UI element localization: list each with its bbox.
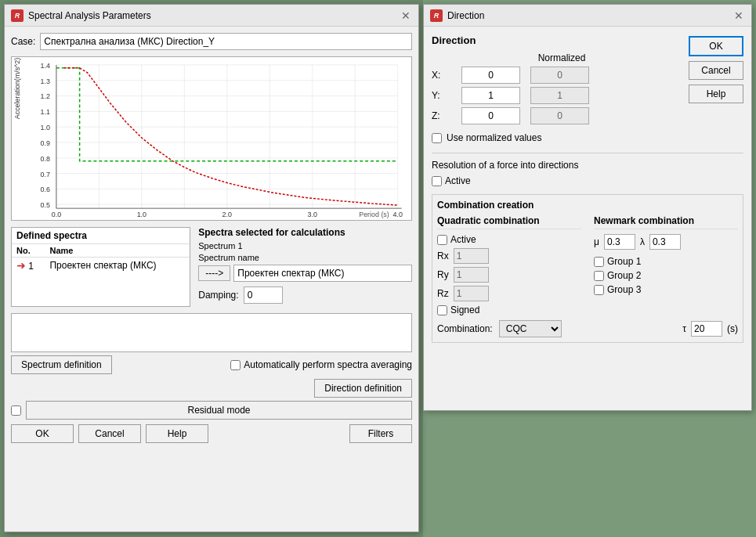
group3-checkbox[interactable] bbox=[594, 285, 604, 295]
damping-row: Damping: bbox=[198, 287, 412, 304]
col-name: Name bbox=[45, 244, 190, 258]
tau-input[interactable] bbox=[691, 321, 722, 337]
col-no: No. bbox=[12, 244, 45, 258]
mu-input[interactable] bbox=[604, 234, 635, 250]
y-axis-label: Acceleration(m/s^2) bbox=[13, 58, 21, 119]
spectral-content: Case: Acceleration(m/s^2) bbox=[5, 27, 418, 449]
case-row: Case: bbox=[11, 33, 412, 50]
direction-cancel-button[interactable]: Cancel bbox=[689, 61, 743, 80]
group2-label: Group 2 bbox=[607, 270, 641, 281]
signed-row: Signed bbox=[437, 305, 581, 315]
rz-input bbox=[454, 286, 489, 301]
lambda-input[interactable] bbox=[649, 234, 681, 250]
z-label: Z: bbox=[432, 110, 455, 121]
selected-spectrum-input[interactable] bbox=[233, 265, 412, 282]
svg-text:0.7: 0.7 bbox=[41, 171, 50, 178]
spectrum1-label: Spectrum 1 bbox=[198, 241, 412, 250]
x-norm-input bbox=[530, 67, 589, 84]
auto-avg-checkbox[interactable] bbox=[230, 360, 241, 370]
rz-row: Rz bbox=[437, 286, 581, 301]
cancel-button[interactable]: Cancel bbox=[78, 424, 141, 443]
x-label: X: bbox=[432, 70, 455, 81]
resolution-active-label: Active bbox=[445, 175, 471, 186]
svg-text:0.9: 0.9 bbox=[41, 139, 50, 147]
arrow-button[interactable]: ----> bbox=[198, 265, 230, 281]
resolution-active-checkbox[interactable] bbox=[432, 176, 442, 186]
direction-titlebar: R Direction ✕ bbox=[424, 5, 751, 27]
newmark-title: Newmark combination bbox=[594, 215, 738, 229]
svg-text:0.8: 0.8 bbox=[41, 155, 50, 163]
group1-label: Group 1 bbox=[607, 256, 641, 267]
svg-text:1.2: 1.2 bbox=[41, 92, 50, 100]
x-input[interactable] bbox=[461, 67, 520, 84]
svg-text:1.0: 1.0 bbox=[137, 211, 146, 218]
group3-row: Group 3 bbox=[594, 284, 738, 295]
svg-text:4.0: 4.0 bbox=[393, 211, 403, 218]
direction-help-button[interactable]: Help bbox=[689, 85, 743, 103]
residual-mode-button[interactable]: Residual mode bbox=[26, 401, 412, 420]
residual-row: Residual mode bbox=[11, 401, 412, 420]
tau-row: τ (s) bbox=[682, 321, 738, 337]
bottom-buttons: OK Cancel Help Filters bbox=[11, 424, 412, 443]
direction-app-icon: R bbox=[430, 9, 443, 22]
y-input[interactable] bbox=[461, 87, 520, 104]
auto-avg-row: Automatically perform spectra averaging bbox=[230, 359, 412, 370]
combination-select[interactable]: CQC SRSS bbox=[499, 320, 562, 337]
svg-text:2.0: 2.0 bbox=[222, 211, 232, 218]
combination-title: Combination creation bbox=[437, 200, 738, 211]
combination-bottom: Combination: CQC SRSS τ (s) bbox=[437, 320, 738, 337]
auto-avg-label: Automatically perform spectra averaging bbox=[244, 359, 412, 370]
quadratic-title: Quadratic combination bbox=[437, 215, 581, 229]
svg-text:1.4: 1.4 bbox=[41, 62, 50, 70]
scroll-container[interactable] bbox=[11, 313, 412, 352]
svg-text:0.5: 0.5 bbox=[41, 201, 50, 209]
tau-unit: (s) bbox=[727, 323, 738, 334]
direction-close-button[interactable]: ✕ bbox=[732, 10, 745, 21]
defined-spectra-title: Defined spectra bbox=[12, 228, 190, 244]
ok-button[interactable]: OK bbox=[11, 424, 74, 443]
spectral-titlebar: R Spectral Analysis Parameters ✕ bbox=[5, 5, 418, 27]
signed-label: Signed bbox=[450, 305, 479, 315]
chart-container: Acceleration(m/s^2) bbox=[11, 56, 412, 221]
spectrum-name-cell: Проектен спектар (МКС) bbox=[45, 258, 190, 274]
damping-input[interactable] bbox=[244, 287, 283, 304]
signed-checkbox[interactable] bbox=[437, 305, 447, 315]
newmark-col: Newmark combination μ λ Group 1 Group 2 bbox=[594, 215, 738, 315]
use-normalized-label: Use normalized values bbox=[447, 132, 541, 143]
spectral-close-button[interactable]: ✕ bbox=[400, 10, 412, 21]
direction-definition-button[interactable]: Direction definition bbox=[314, 379, 412, 398]
group2-checkbox[interactable] bbox=[594, 271, 604, 281]
spectrum-definition-button[interactable]: Spectrum definition bbox=[11, 355, 112, 374]
rx-row: Rx bbox=[437, 248, 581, 264]
svg-text:3.0: 3.0 bbox=[308, 211, 317, 218]
resolution-section: Resolution of a force into directions Ac… bbox=[432, 160, 743, 186]
rx-label: Rx bbox=[437, 250, 449, 261]
defined-spectra-panel: Defined spectra No. Name ➜ 1 Проектен сп… bbox=[11, 227, 190, 307]
case-input[interactable] bbox=[40, 33, 412, 50]
case-label: Case: bbox=[11, 36, 35, 47]
table-row[interactable]: ➜ 1 Проектен спектар (МКС) bbox=[12, 258, 190, 274]
resolution-title: Resolution of a force into directions bbox=[432, 160, 743, 171]
z-input[interactable] bbox=[461, 107, 520, 124]
direction-title: Direction bbox=[447, 10, 484, 21]
use-normalized-checkbox[interactable] bbox=[432, 133, 442, 143]
direction-ok-button[interactable]: OK bbox=[689, 36, 743, 56]
y-label: Y: bbox=[432, 90, 455, 101]
qc-active-row: Active bbox=[437, 234, 581, 245]
direction-window: R Direction ✕ OK Cancel Help Direction N… bbox=[423, 4, 752, 411]
filters-button[interactable]: Filters bbox=[349, 424, 412, 443]
selected-spectra-panel: Spectra selected for calculations Spectr… bbox=[198, 227, 412, 307]
qc-active-label: Active bbox=[450, 234, 476, 245]
mu-label: μ bbox=[594, 236, 599, 247]
svg-text:Period (s): Period (s) bbox=[359, 211, 389, 218]
tau-label: τ bbox=[682, 323, 686, 334]
group1-checkbox[interactable] bbox=[594, 257, 604, 267]
group2-row: Group 2 bbox=[594, 270, 738, 281]
residual-checkbox[interactable] bbox=[11, 405, 21, 416]
quadratic-col: Quadratic combination Active Rx Ry R bbox=[437, 215, 581, 315]
direction-action-buttons: OK Cancel Help bbox=[689, 36, 743, 103]
help-button[interactable]: Help bbox=[146, 424, 208, 443]
ry-row: Ry bbox=[437, 267, 581, 283]
spectrum-name-label: Spectrum name bbox=[198, 253, 412, 262]
qc-active-checkbox[interactable] bbox=[437, 235, 447, 245]
